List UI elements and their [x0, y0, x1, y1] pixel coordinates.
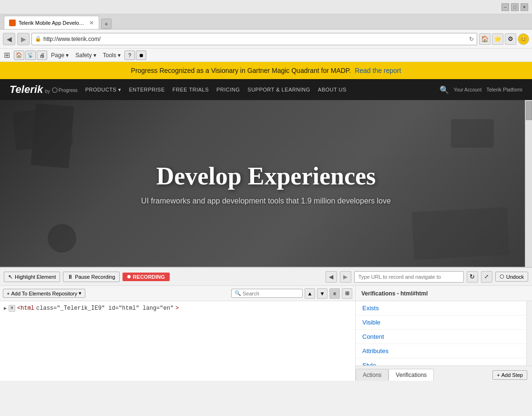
- nav-support[interactable]: SUPPORT & LEARNING: [247, 87, 310, 92]
- refresh-icon[interactable]: ↻: [469, 36, 474, 42]
- close-button[interactable]: ✕: [521, 3, 528, 11]
- add-to-repo-button[interactable]: + Add To Elements Repository ▾: [3, 289, 85, 298]
- nav-right: 🔍 Your Account Telerik Platform: [440, 85, 522, 94]
- apps-icon[interactable]: ⊞: [4, 51, 10, 60]
- maximize-button[interactable]: □: [511, 3, 519, 11]
- tab-label: Telerik Mobile App Develop...: [19, 20, 85, 26]
- new-tab-button[interactable]: +: [101, 19, 112, 29]
- nav-pricing[interactable]: PRICING: [216, 87, 240, 92]
- browser-toolbar: ◀ ▶ 🔒 ↻ 🏠 ⭐ ⚙ 😊: [0, 30, 532, 49]
- website-content: Progress Recognized as a Visionary in Ga…: [0, 62, 532, 267]
- dom-tag-open: <html: [17, 305, 34, 312]
- toolbar-buttons: 🏠 ⭐ ⚙ 😊: [479, 33, 529, 45]
- dom-content: ▶ H <html class="_Telerik_IE9" id="html"…: [0, 301, 355, 381]
- home-icon[interactable]: 🏠: [479, 33, 491, 45]
- page-scrollbar[interactable]: [525, 100, 532, 267]
- list-view-button[interactable]: ≡: [329, 288, 340, 299]
- search-input[interactable]: [243, 291, 290, 296]
- title-bar: ─ □ ✕: [0, 0, 532, 14]
- scrollbar-thumb[interactable]: [526, 101, 532, 120]
- verifications-container: Exists Visible Content Attributes Style: [356, 301, 532, 365]
- tab-close-icon[interactable]: ✕: [89, 20, 94, 26]
- dom-attributes: class="_Telerik_IE9" id="html" lang="en": [36, 305, 174, 312]
- hero-content: Develop Experiences UI frameworks and ap…: [141, 162, 391, 205]
- logo-company: Progress: [59, 88, 78, 93]
- promo-link[interactable]: Read the report: [355, 67, 401, 74]
- telerik-platform-link[interactable]: Telerik Platform: [486, 87, 522, 92]
- highlight-label: Highlight Element: [15, 274, 56, 280]
- safety-menu[interactable]: Safety ▾: [72, 51, 99, 60]
- your-account[interactable]: Your Account: [454, 87, 482, 92]
- tab-actions[interactable]: Actions: [356, 369, 389, 381]
- back-button[interactable]: ◀: [3, 33, 15, 45]
- undock-button[interactable]: ⬡ Undock: [495, 272, 528, 282]
- pause-recording-button[interactable]: ⏸ Pause Recording: [63, 272, 119, 282]
- add-step-button[interactable]: + Add Step: [492, 370, 527, 380]
- add-step-icon: +: [497, 372, 500, 378]
- refresh-record-button[interactable]: ↻: [467, 271, 478, 283]
- smiley-icon[interactable]: 😊: [518, 33, 529, 45]
- verif-content[interactable]: Content: [356, 330, 526, 344]
- settings-icon[interactable]: ⚙: [505, 33, 516, 45]
- dom-tag-close: >: [175, 305, 179, 312]
- verifications-panel: Verifications - html#html Exists Visible…: [356, 286, 532, 381]
- active-tab[interactable]: Telerik Mobile App Develop... ✕: [4, 16, 99, 29]
- minimize-button[interactable]: ─: [501, 3, 509, 11]
- dom-node-icon: H: [9, 305, 15, 312]
- rss-icon[interactable]: 📡: [25, 51, 36, 60]
- url-record-input[interactable]: [354, 271, 464, 283]
- favorites-icon[interactable]: ⭐: [492, 33, 503, 45]
- cursor-icon: ↖: [8, 274, 13, 280]
- forward-button[interactable]: ▶: [17, 33, 30, 45]
- your-account-label: Your Account: [454, 87, 482, 92]
- nav-products[interactable]: PRODUCTS ▾: [85, 87, 122, 93]
- highlight-element-button[interactable]: ↖ Highlight Element: [4, 272, 60, 282]
- nav-enterprise[interactable]: ENTERPRISE: [129, 87, 164, 92]
- verif-style[interactable]: Style: [356, 358, 526, 365]
- verif-exists[interactable]: Exists: [356, 301, 526, 315]
- verifications-scrollbar[interactable]: [526, 301, 532, 365]
- site-nav: Telerik by Progress PRODUCTS ▾ ENTERPRIS…: [0, 79, 532, 100]
- logo-text: Telerik: [10, 83, 43, 96]
- pause-icon: ⏸: [67, 274, 73, 280]
- recording-dot: [127, 275, 131, 278]
- tree-view-button[interactable]: ⊞: [342, 288, 352, 299]
- record-icon[interactable]: ⏺: [136, 51, 146, 60]
- open-browser-button[interactable]: ⤢: [481, 271, 492, 283]
- search-icon-small: 🔍: [235, 290, 241, 296]
- undock-icon: ⬡: [500, 274, 504, 280]
- help-icon[interactable]: ?: [124, 51, 135, 60]
- verif-visible[interactable]: Visible: [356, 315, 526, 330]
- verifications-list: Exists Visible Content Attributes Style: [356, 301, 526, 365]
- logo-by: by: [45, 89, 50, 94]
- window-controls[interactable]: ─ □ ✕: [501, 3, 528, 11]
- nav-about[interactable]: ABOUT US: [318, 87, 347, 92]
- bottom-tabs: Actions Verifications + Add Step: [356, 365, 532, 381]
- tab-bar: Telerik Mobile App Develop... ✕ +: [0, 14, 532, 30]
- tab-verifications[interactable]: Verifications: [389, 369, 434, 381]
- nav-forward-button[interactable]: ▶: [340, 271, 351, 283]
- page-menu[interactable]: Page ▾: [48, 51, 72, 60]
- sort-up-button[interactable]: ▲: [305, 288, 315, 299]
- verif-attributes[interactable]: Attributes: [356, 344, 526, 358]
- dom-left-panel: + Add To Elements Repository ▾ 🔍 ▲ ▼ ≡ ⊞…: [0, 286, 356, 381]
- dom-expand-icon[interactable]: ▶: [4, 305, 7, 311]
- site-logo: Telerik by Progress: [10, 83, 78, 96]
- nav-free-trials[interactable]: FREE TRIALS: [173, 87, 209, 92]
- lock-icon: 🔒: [35, 36, 41, 42]
- search-icon[interactable]: 🔍: [440, 85, 449, 94]
- promo-text: Progress Recognized as a Visionary in Ga…: [131, 67, 351, 74]
- search-box[interactable]: 🔍: [231, 289, 303, 298]
- tools-menu[interactable]: Tools ▾: [100, 51, 123, 60]
- url-input[interactable]: [43, 36, 467, 42]
- recording-toolbar: ↖ Highlight Element ⏸ Pause Recording RE…: [0, 267, 532, 286]
- print-icon[interactable]: 🖨: [37, 51, 47, 60]
- dom-toolbar: + Add To Elements Repository ▾ 🔍 ▲ ▼ ≡ ⊞: [0, 286, 355, 301]
- print-area[interactable]: 🖨: [37, 51, 47, 60]
- nav-back-button[interactable]: ◀: [326, 271, 337, 283]
- sort-down-button[interactable]: ▼: [317, 288, 327, 299]
- address-bar[interactable]: 🔒 ↻: [31, 33, 477, 45]
- recording-text: RECORDING: [133, 274, 165, 280]
- hero-title: Develop Experiences: [141, 162, 391, 190]
- home-small-icon[interactable]: 🏠: [14, 51, 24, 60]
